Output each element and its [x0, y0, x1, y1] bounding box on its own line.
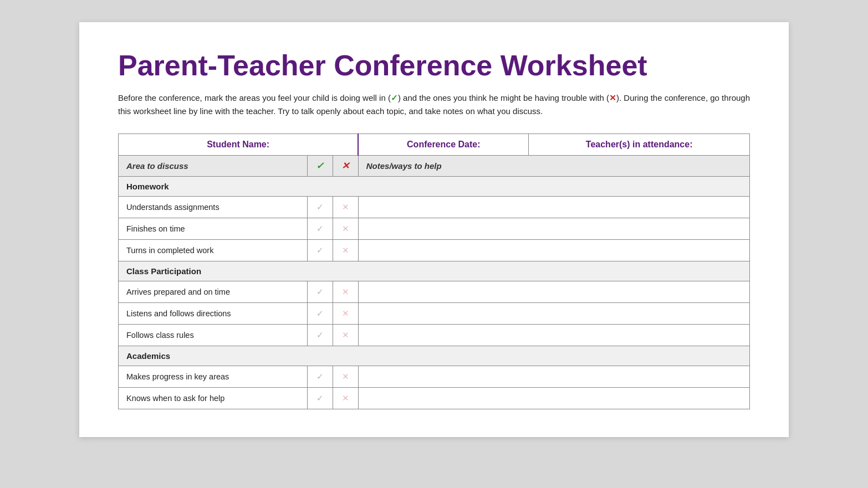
- x-icon: ✕: [342, 287, 349, 296]
- area-col-header: Area to discuss: [119, 156, 308, 177]
- check-icon: ✓: [316, 309, 324, 318]
- check-icon: ✓: [316, 330, 324, 340]
- check-icon: ✓: [316, 245, 324, 255]
- worksheet-container: Parent-Teacher Conference Worksheet Befo…: [79, 22, 789, 437]
- check-col-header: ✓: [307, 156, 333, 177]
- check-cell[interactable]: ✓: [307, 366, 333, 388]
- x-icon: ✕: [342, 372, 349, 381]
- table-row: Follows class rules✓✕: [119, 325, 750, 346]
- x-cell[interactable]: ✕: [333, 366, 358, 388]
- page-title: Parent-Teacher Conference Worksheet: [118, 50, 750, 81]
- x-col-header: ✕: [333, 156, 358, 177]
- section-row: Class Participation: [119, 261, 750, 281]
- item-label: Arrives prepared and on time: [119, 281, 308, 303]
- x-cell[interactable]: ✕: [333, 197, 358, 218]
- x-icon: ✕: [342, 393, 349, 403]
- table-row: Turns in completed work✓✕: [119, 240, 750, 261]
- table-row: Makes progress in key areas✓✕: [119, 366, 750, 388]
- x-cell[interactable]: ✕: [333, 240, 358, 261]
- x-cell[interactable]: ✕: [333, 218, 358, 240]
- check-icon: ✓: [316, 393, 324, 403]
- table-row: Understands assignments✓✕: [119, 197, 750, 218]
- x-cell[interactable]: ✕: [333, 325, 358, 346]
- check-cell[interactable]: ✓: [307, 388, 333, 409]
- notes-cell[interactable]: [358, 303, 749, 325]
- x-icon: ✕: [342, 245, 349, 255]
- item-label: Makes progress in key areas: [119, 366, 308, 388]
- x-cell[interactable]: ✕: [333, 388, 358, 409]
- check-icon: ✓: [316, 372, 324, 381]
- section-label: Academics: [119, 346, 750, 366]
- item-label: Listens and follows directions: [119, 303, 308, 325]
- x-icon: ✕: [342, 224, 349, 233]
- check-icon: ✓: [316, 202, 324, 212]
- table-body: HomeworkUnderstands assignments✓✕Finishe…: [119, 177, 750, 409]
- x-cell[interactable]: ✕: [333, 303, 358, 325]
- notes-cell[interactable]: [358, 197, 749, 218]
- x-icon: ✕: [342, 309, 349, 318]
- check-icon: ✓: [316, 224, 324, 233]
- check-header-icon: ✓: [316, 161, 324, 171]
- intro-x-symbol: ✕: [609, 93, 616, 102]
- check-cell[interactable]: ✓: [307, 281, 333, 303]
- check-cell[interactable]: ✓: [307, 325, 333, 346]
- x-header-icon: ✕: [341, 161, 349, 171]
- x-icon: ✕: [342, 202, 349, 212]
- table-row: Listens and follows directions✓✕: [119, 303, 750, 325]
- check-cell[interactable]: ✓: [307, 197, 333, 218]
- item-label: Follows class rules: [119, 325, 308, 346]
- notes-cell[interactable]: [358, 218, 749, 240]
- check-icon: ✓: [316, 287, 324, 296]
- check-cell[interactable]: ✓: [307, 240, 333, 261]
- intro-before: Before the conference, mark the areas yo…: [118, 93, 391, 102]
- section-label: Homework: [119, 177, 750, 197]
- notes-col-header: Notes/ways to help: [358, 156, 749, 177]
- section-row: Academics: [119, 346, 750, 366]
- notes-cell[interactable]: [358, 281, 749, 303]
- x-icon: ✕: [342, 330, 349, 340]
- conference-date-header[interactable]: Conference Date:: [358, 134, 529, 156]
- check-cell[interactable]: ✓: [307, 303, 333, 325]
- intro-text: Before the conference, mark the areas yo…: [118, 91, 750, 118]
- notes-cell[interactable]: [358, 325, 749, 346]
- intro-check-symbol: ✓: [391, 93, 398, 102]
- item-label: Finishes on time: [119, 218, 308, 240]
- section-label: Class Participation: [119, 261, 750, 281]
- student-name-header[interactable]: Student Name:: [119, 134, 359, 156]
- check-cell[interactable]: ✓: [307, 218, 333, 240]
- worksheet-table: Student Name: Conference Date: Teacher(s…: [118, 133, 750, 409]
- column-header-row: Area to discuss ✓ ✕ Notes/ways to help: [119, 156, 750, 177]
- table-row: Arrives prepared and on time✓✕: [119, 281, 750, 303]
- table-row: Knows when to ask for help✓✕: [119, 388, 750, 409]
- table-row: Finishes on time✓✕: [119, 218, 750, 240]
- notes-cell[interactable]: [358, 366, 749, 388]
- notes-cell[interactable]: [358, 388, 749, 409]
- item-label: Turns in completed work: [119, 240, 308, 261]
- header-row: Student Name: Conference Date: Teacher(s…: [119, 134, 750, 156]
- notes-cell[interactable]: [358, 240, 749, 261]
- teacher-header[interactable]: Teacher(s) in attendance:: [529, 134, 750, 156]
- item-label: Understands assignments: [119, 197, 308, 218]
- x-cell[interactable]: ✕: [333, 281, 358, 303]
- intro-mid: ) and the ones you think he might be hav…: [398, 93, 609, 102]
- section-row: Homework: [119, 177, 750, 197]
- item-label: Knows when to ask for help: [119, 388, 308, 409]
